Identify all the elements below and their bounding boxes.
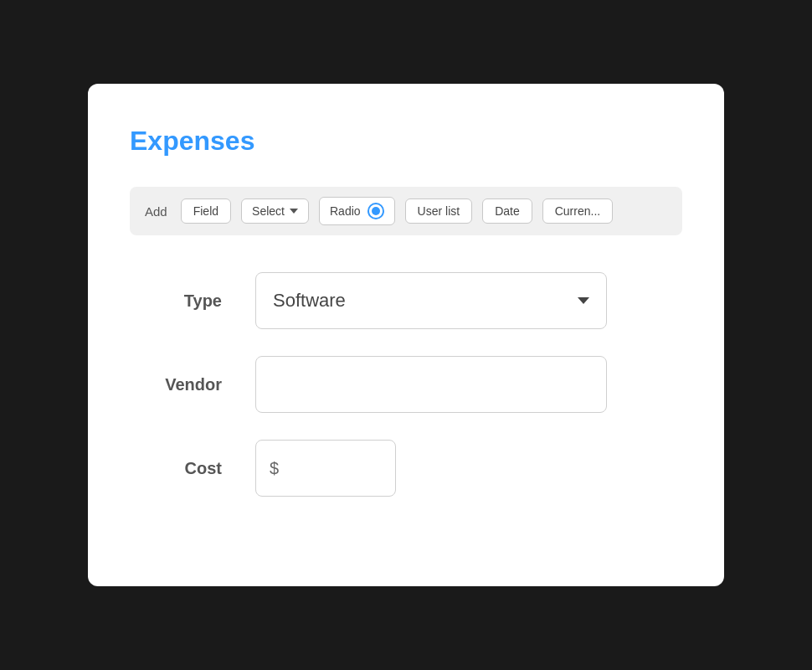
type-select-value: Software [273, 290, 346, 312]
vendor-input[interactable] [255, 356, 607, 413]
expenses-card: Expenses Add Field Select Radio User lis… [88, 84, 724, 586]
radio-label: Radio [330, 204, 361, 218]
type-chevron-icon [578, 297, 589, 304]
type-select[interactable]: Software [255, 272, 607, 329]
cost-input[interactable] [282, 459, 382, 478]
cost-label: Cost [146, 459, 222, 478]
date-button[interactable]: Date [482, 198, 532, 224]
cost-prefix: $ [270, 459, 279, 478]
field-button[interactable]: Field [181, 198, 231, 224]
select-button[interactable]: Select [241, 198, 309, 224]
select-button-label: Select [252, 204, 285, 218]
radio-button[interactable]: Radio [319, 197, 395, 225]
vendor-label: Vendor [146, 375, 222, 394]
page-title: Expenses [130, 126, 682, 157]
userlist-button[interactable]: User list [405, 198, 473, 224]
toolbar: Add Field Select Radio User list Date Cu… [130, 187, 682, 235]
vendor-row: Vendor [146, 356, 682, 413]
chevron-down-icon [290, 209, 298, 214]
cost-row: Cost $ [146, 440, 682, 497]
form-section: Type Software Vendor Cost $ [130, 272, 682, 497]
currency-button[interactable]: Curren... [542, 198, 613, 224]
radio-circle-icon [367, 203, 384, 219]
add-label: Add [145, 204, 167, 219]
cost-field-wrapper: $ [255, 440, 396, 497]
type-label: Type [146, 291, 222, 311]
type-row: Type Software [146, 272, 682, 329]
radio-inner-dot [372, 207, 380, 215]
